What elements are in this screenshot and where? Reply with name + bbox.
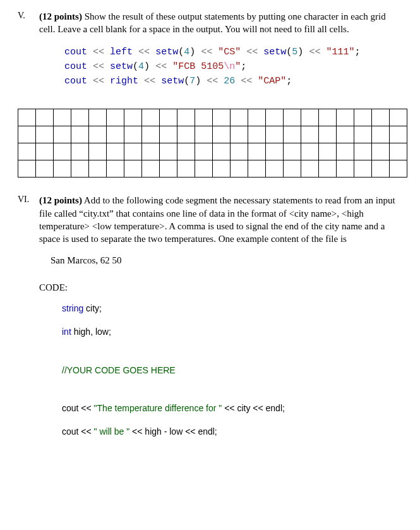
grid-cell [18,126,36,143]
grid-cell [160,126,177,143]
grid-cell [301,160,319,178]
tok-num: 4 [138,61,144,72]
grid-cell [337,160,354,178]
grid-cell [54,143,71,160]
grid-cell [71,109,89,126]
grid-cell [337,126,354,143]
question-5-body: (12 points) Show the result of these out… [39,10,402,97]
grid-cell [124,143,142,160]
grid-cell [124,160,142,178]
grid-cell [284,143,301,160]
tok-paren: ) [297,47,303,57]
tok-op: << [309,47,320,57]
grid-cell [248,109,266,126]
grid-cell [36,109,54,126]
grid-cell [354,126,372,143]
grid-cell [195,143,213,160]
grid-cell [177,126,195,143]
grid-cell [89,143,107,160]
question-6-prompt: (12 points) Add to the following code se… [39,194,402,245]
question-5-text: Show the result of these output statemen… [39,11,386,34]
tok-op: << [93,47,104,57]
tok-op: << [93,61,104,72]
tok-op: << [241,76,252,87]
out2-part-a: cout << [62,426,94,437]
grid-cell [107,126,124,143]
grid-cell [284,160,301,178]
grid-cell [213,160,231,178]
tok-str: "CS" [218,47,241,57]
tok-op: << [201,47,212,57]
grid-cell [354,160,372,178]
tok-num: 26 [224,76,235,87]
question-6: VI. (12 points) Add to the following cod… [18,194,402,248]
grid-cell [160,143,177,160]
grid-cell [266,160,284,178]
sample-file-content: San Marcos, 62 50 [51,254,402,267]
grid-cell [160,109,177,126]
tok-op: << [138,47,150,57]
tok-esc: \n [224,61,235,72]
question-6-points: (12 points) [39,195,82,205]
grid-cell [390,160,407,178]
question-5-points: (12 points) [39,11,82,21]
grid-cell [142,109,160,126]
tok-op: << [246,47,258,57]
grid-cell [107,143,124,160]
keyword-string: string [62,303,83,313]
grid-cell [142,126,160,143]
grid-row [18,109,407,126]
grid-cell [248,160,266,178]
code-l2: cout << setw(4) << "FCB 5105\n"; [64,61,246,72]
grid-cell [231,126,248,143]
tok-paren: ( [184,76,189,87]
grid-cell [266,126,284,143]
grid-row [18,143,407,160]
code-l1: cout << left << setw(4) << "CS" << setw(… [64,47,360,57]
grid-cell [284,126,301,143]
question-6-body: (12 points) Add to the following code se… [39,194,402,248]
grid-cell [390,143,407,160]
grid-cell [142,160,160,178]
grid-cell [248,126,266,143]
grid-row [18,126,407,143]
answer-grid [18,109,407,178]
grid-cell [142,143,160,160]
tok-semi: ; [354,47,360,57]
grid-cell [124,109,142,126]
grid-cell [18,109,36,126]
grid-cell [284,109,301,126]
tok-paren: ) [189,47,195,57]
tok-op: << [207,76,218,87]
grid-cell [160,160,177,178]
tok-op: << [155,61,167,72]
tok-str-part: "FCB 5105 [172,61,224,72]
tok-str-part: " [235,61,241,72]
tok-cout: cout [64,47,87,57]
grid-row [18,160,407,178]
tok-op: << [144,76,155,87]
grid-cell [213,126,231,143]
tok-paren: ( [178,47,184,57]
grid-cell [71,126,89,143]
grid-cell [354,109,372,126]
question-5-code: cout << left << setw(4) << "CS" << setw(… [64,45,402,89]
decl-high-low: int high, low; [62,326,402,338]
code-placeholder: //YOUR CODE GOES HERE [62,364,402,376]
out2-string: " will be " [94,426,130,437]
grid-cell [231,109,248,126]
question-6-text: Add to the following code segment the ne… [39,195,395,244]
grid-cell [36,126,54,143]
tok-op: << [93,76,104,87]
tok-paren: ( [133,61,138,72]
code-l3: cout << right << setw(7) << 26 << "CAP"; [64,76,292,87]
question-5-number: V. [18,10,39,97]
out1-part-a: cout << [62,403,94,413]
grid-cell [177,143,195,160]
grid-cell [231,143,248,160]
question-5-prompt: (12 points) Show the result of these out… [39,10,402,36]
tok-paren: ) [195,76,201,87]
decl-high-low-rest: high, low; [71,327,111,337]
placeholder-comment: //YOUR CODE GOES HERE [62,365,176,375]
grid-cell [301,143,319,160]
